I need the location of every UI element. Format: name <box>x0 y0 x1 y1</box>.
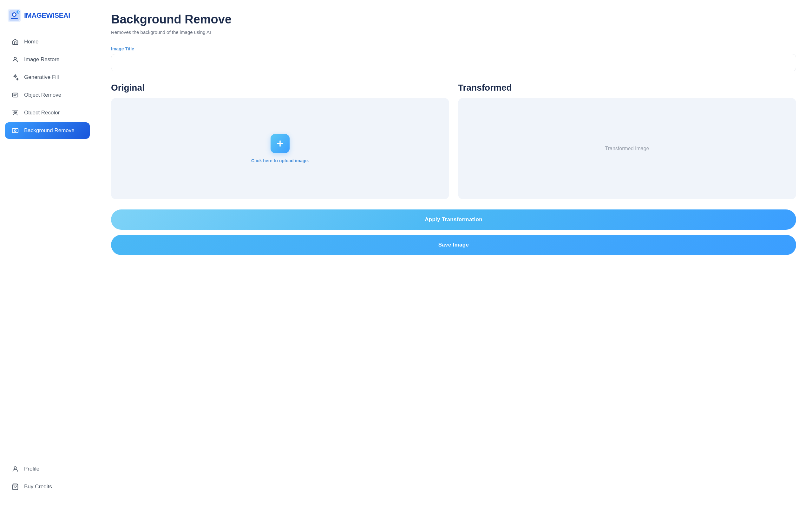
buy-credits-icon <box>11 483 19 491</box>
sidebar: ⚙ IMAGEWISEAI Home Image Restore <box>0 0 95 507</box>
images-row: Original Click here to upload image. Tra… <box>111 83 796 199</box>
transformed-panel-title: Transformed <box>458 83 796 93</box>
nav-items: Home Image Restore Generative Fill <box>0 31 95 458</box>
upload-button[interactable] <box>270 134 290 153</box>
object-recolor-icon <box>11 109 19 117</box>
original-panel-wrapper: Original Click here to upload image. <box>111 83 449 199</box>
sidebar-item-buy-credits[interactable]: Buy Credits <box>5 478 90 495</box>
svg-point-7 <box>14 57 16 60</box>
main-content: Background Remove Removes the background… <box>95 0 812 507</box>
profile-icon <box>11 465 19 473</box>
sidebar-item-generative-fill[interactable]: Generative Fill <box>5 69 90 86</box>
svg-rect-12 <box>12 129 18 133</box>
image-restore-icon <box>11 56 19 63</box>
svg-rect-4 <box>11 18 18 19</box>
sidebar-item-profile[interactable]: Profile <box>5 461 90 477</box>
sidebar-item-label-profile: Profile <box>24 466 39 472</box>
original-image-panel[interactable]: Click here to upload image. <box>111 98 449 199</box>
logo-icon: ⚙ <box>8 9 21 22</box>
sidebar-item-label-home: Home <box>24 39 38 45</box>
transformed-image-panel: Transformed Image <box>458 98 796 199</box>
logo-area[interactable]: ⚙ IMAGEWISEAI <box>0 0 95 31</box>
object-remove-icon <box>11 91 19 99</box>
svg-point-3 <box>13 13 15 16</box>
page-subtitle: Removes the background of the image usin… <box>111 30 796 35</box>
apply-transformation-button[interactable]: Apply Transformation <box>111 210 796 230</box>
svg-point-14 <box>14 467 16 469</box>
svg-point-10 <box>15 112 17 113</box>
sidebar-item-label-background-remove: Background Remove <box>24 127 74 134</box>
page-title: Background Remove <box>111 13 796 26</box>
nav-bottom: Profile Buy Credits <box>0 458 95 498</box>
sidebar-item-label-buy-credits: Buy Credits <box>24 484 52 490</box>
sidebar-item-label-object-recolor: Object Recolor <box>24 110 60 116</box>
home-icon <box>11 38 19 46</box>
original-panel-title: Original <box>111 83 449 93</box>
svg-text:⚙: ⚙ <box>17 11 20 14</box>
generative-fill-icon <box>11 73 19 81</box>
sidebar-item-home[interactable]: Home <box>5 34 90 50</box>
save-image-button[interactable]: Save Image <box>111 235 796 255</box>
logo-text: IMAGEWISEAI <box>24 11 70 20</box>
sidebar-item-label-generative-fill: Generative Fill <box>24 74 59 80</box>
background-remove-icon <box>11 127 19 134</box>
transformed-placeholder-text: Transformed Image <box>605 146 649 152</box>
upload-text: Click here to upload image. <box>251 158 309 163</box>
sidebar-item-label-image-restore: Image Restore <box>24 56 60 63</box>
svg-point-13 <box>14 130 16 131</box>
sidebar-item-image-restore[interactable]: Image Restore <box>5 51 90 68</box>
sidebar-item-object-recolor[interactable]: Object Recolor <box>5 105 90 121</box>
sidebar-item-object-remove[interactable]: Object Remove <box>5 87 90 103</box>
image-title-label: Image Title <box>111 46 796 51</box>
image-title-input[interactable] <box>111 54 796 71</box>
sidebar-item-background-remove[interactable]: Background Remove <box>5 122 90 139</box>
image-title-field: Image Title <box>111 46 796 83</box>
sidebar-item-label-object-remove: Object Remove <box>24 92 61 98</box>
transformed-panel-wrapper: Transformed Transformed Image <box>458 83 796 199</box>
svg-point-9 <box>14 112 15 113</box>
